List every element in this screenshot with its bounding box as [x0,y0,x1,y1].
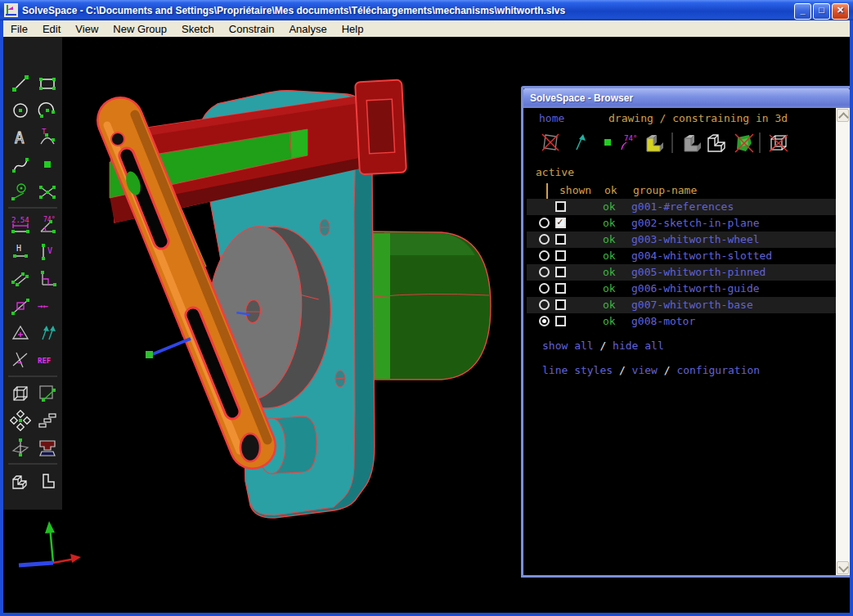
line-styles-link[interactable]: line styles [542,364,613,376]
browser-titlebar[interactable]: SolveSpace - Browser [523,88,850,108]
wireframe-hidden-icon[interactable] [767,132,790,155]
browser-content: home drawing / constraining in 3d 74° ac… [523,108,836,575]
configuration-link[interactable]: configuration [676,364,760,376]
group-row: ok g005-whitworth-pinned [527,264,836,281]
active-section-label: active [536,166,574,178]
group-link[interactable]: g007-whitworth-base [631,299,753,311]
browser-scrollbar[interactable] [836,108,850,575]
shown-checkbox[interactable] [555,283,566,294]
angle-icon[interactable]: 74° [618,132,641,153]
reference-dimension-tool[interactable]: REF [34,346,61,373]
arm-top-hole[interactable] [111,133,124,146]
translate-group-tool[interactable] [34,380,61,407]
rectangle-tool[interactable] [34,70,61,97]
angle-constraint-tool[interactable]: 74° [34,211,61,238]
boolean-difference-tool[interactable] [34,434,61,461]
group-link[interactable]: g001-#references [631,200,734,213]
active-radio[interactable] [539,316,550,326]
mesh-hidden-icon[interactable] [733,132,756,155]
hide-all-link[interactable]: hide all [613,339,664,352]
union-solid-tool[interactable] [7,467,34,494]
shown-checkbox[interactable] [555,218,566,228]
menu-file[interactable]: File [3,22,35,36]
active-radio[interactable] [539,267,550,277]
slotted-bar-end-bracket[interactable] [355,80,406,175]
shown-checkbox[interactable] [555,234,566,245]
shown-checkbox[interactable] [555,316,566,326]
group-link[interactable]: g006-whitworth-guide [631,282,760,295]
shown-checkbox[interactable] [555,267,566,277]
window-titlebar[interactable]: SolveSpace - C:\Documents and Settings\P… [0,0,853,20]
menu-view[interactable]: View [68,22,106,36]
group-link[interactable]: g008-motor [631,315,695,327]
split-entities-tool[interactable] [34,178,61,205]
perpendicular-constraint-tool[interactable] [34,265,61,292]
menu-help[interactable]: Help [334,22,371,36]
browser-home-link[interactable]: home [539,112,564,124]
menu-analyse[interactable]: Analyse [281,22,334,36]
active-radio[interactable] [539,234,550,245]
equal-constraint-tool[interactable] [7,319,34,346]
active-radio[interactable] [539,299,550,310]
solid-model-shaded-icon[interactable] [643,132,666,155]
show-hide-links: show all / hide all [542,339,664,352]
window-title: SolveSpace - C:\Documents and Settings\P… [22,5,565,16]
active-radio[interactable] [539,283,550,294]
construction-circle-tool[interactable] [7,178,34,205]
extrude-group-tool[interactable] [7,380,34,407]
datum-point-tool[interactable] [34,151,61,178]
group-row: ok g008-motor [527,313,836,330]
group-link[interactable]: g004-whitworth-slotted [631,250,772,262]
normal-arrow-icon[interactable] [569,132,590,153]
menu-edit[interactable]: Edit [35,22,68,36]
active-radio[interactable] [539,250,550,261]
active-radio[interactable] [539,218,550,228]
group-link[interactable]: g005-whitworth-pinned [631,266,765,278]
close-button[interactable]: ✕ [832,3,849,20]
shown-checkbox[interactable] [555,250,566,261]
group-link[interactable]: g002-sketch-in-plane [631,217,760,229]
scroll-down-button[interactable] [837,561,849,574]
step-translate-group-tool[interactable] [34,407,61,434]
symmetric-constraint-tool[interactable]: →← [34,292,61,319]
show-all-link[interactable]: show all [542,339,594,352]
no-workplane-icon[interactable] [540,132,561,153]
step-rotate-group-tool[interactable] [7,407,34,434]
menu-constrain[interactable]: Constrain [222,22,282,36]
ok-status: ok [603,266,616,278]
text-tool[interactable]: A [7,124,34,151]
other-angle-constraint-tool[interactable] [7,346,34,373]
view-link[interactable]: view [632,364,658,376]
model-motor[interactable] [372,232,491,380]
menu-sketch[interactable]: Sketch [174,22,222,36]
bezier-spline-tool[interactable] [7,151,34,178]
svg-text:V: V [47,246,52,255]
selection-axis[interactable] [146,339,191,358]
maximize-button[interactable]: □ [813,3,830,20]
arc-tool[interactable] [34,97,61,124]
circle-tool[interactable] [7,97,34,124]
distance-constraint-tool[interactable]: 2.54 [7,211,34,238]
solid-model-shell-icon[interactable] [704,132,727,155]
sketch-in-plane-tool[interactable] [7,434,34,461]
tangent-arc-tool[interactable]: T [34,124,61,151]
horizontal-constraint-tool[interactable]: H [7,238,34,265]
parallel-constraint-tool[interactable] [7,265,34,292]
point-icon[interactable] [597,132,618,153]
on-entity-constraint-tool[interactable] [7,292,34,319]
group-link[interactable]: g003-whitworth-wheel [631,233,760,245]
menu-new-group[interactable]: New Group [106,22,174,36]
shown-checkbox[interactable] [555,299,566,310]
group-row: ok g003-whitworth-wheel [527,232,836,248]
vertical-constraint-tool[interactable]: V [34,238,61,265]
flat-part-tool[interactable] [34,467,61,494]
minimize-button[interactable]: _ [794,3,811,20]
arm-bottom-hole[interactable] [240,434,260,461]
parallel-normals-constraint-tool[interactable] [34,319,61,346]
solid-model-gray-icon[interactable] [680,132,703,155]
column-shown: shown [559,184,591,196]
shown-checkbox[interactable] [555,201,566,212]
line-segment-tool[interactable] [7,70,34,97]
browser-window[interactable]: SolveSpace - Browser home drawing / cons… [521,86,850,578]
scroll-up-button[interactable] [837,109,849,122]
